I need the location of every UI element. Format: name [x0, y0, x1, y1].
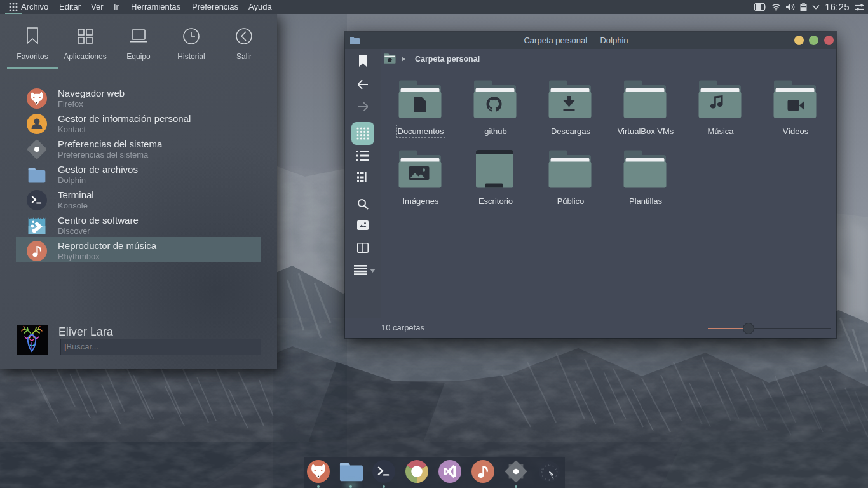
svg-text:12: 12	[548, 464, 550, 466]
svg-text:11: 11	[544, 464, 546, 467]
svg-text:3: 3	[556, 471, 557, 473]
svg-text:6: 6	[548, 478, 550, 481]
svg-text:10: 10	[541, 468, 544, 470]
svg-text:7: 7	[545, 478, 546, 480]
svg-text:8: 8	[542, 475, 543, 477]
svg-text:2: 2	[555, 468, 556, 470]
svg-text:4: 4	[555, 475, 556, 477]
svg-text:9: 9	[541, 471, 542, 473]
svg-text:1: 1	[552, 464, 553, 467]
